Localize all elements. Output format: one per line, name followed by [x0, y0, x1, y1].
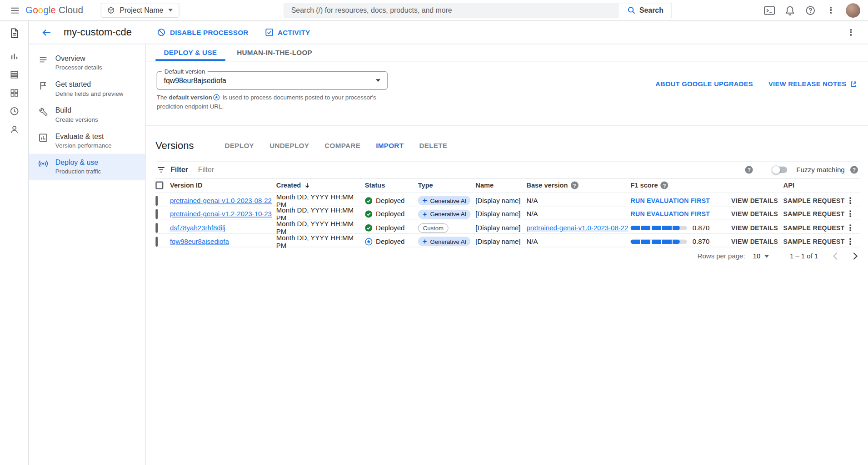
- row-menu-icon[interactable]: [843, 196, 858, 206]
- about-google-upgrades-link[interactable]: ABOUT GOOGLE UPGRADES: [655, 80, 753, 88]
- hamburger-menu-icon[interactable]: [5, 1, 24, 20]
- view-release-notes-link[interactable]: VIEW RELEASE NOTES: [768, 80, 857, 88]
- row-checkbox[interactable]: [155, 209, 158, 219]
- version-id-link[interactable]: pretrained-genai-v1.0-2023-08-22: [170, 197, 272, 204]
- google-cloud-logo[interactable]: Google Cloud: [25, 5, 83, 15]
- f1-score-cell: 0.870: [630, 237, 731, 245]
- base-version-help-icon[interactable]: [571, 182, 579, 189]
- history-icon[interactable]: [5, 102, 23, 120]
- notifications-bell-icon[interactable]: [781, 1, 799, 20]
- col-created[interactable]: Created: [276, 182, 365, 189]
- col-type[interactable]: Type: [418, 182, 476, 189]
- sidebar-item-get-started[interactable]: Get startedDefine fields and preview: [29, 76, 145, 102]
- sort-arrow-down-icon: [304, 182, 310, 189]
- row-menu-icon[interactable]: [843, 223, 858, 233]
- type-badge: Generative AI: [418, 237, 471, 247]
- sparkle-icon: [422, 198, 427, 203]
- status-cell: Deployed: [365, 197, 418, 204]
- header-more-options-icon[interactable]: [842, 23, 860, 42]
- search-input[interactable]: [284, 2, 619, 18]
- row-checkbox[interactable]: [155, 237, 158, 247]
- dashboard-icon[interactable]: [5, 48, 23, 65]
- search-button[interactable]: Search: [619, 2, 672, 18]
- sidebar-item-overview[interactable]: OverviewProcessor details: [29, 50, 145, 76]
- broadcast-icon: [38, 158, 48, 168]
- tab-human-in-the-loop[interactable]: HUMAN-IN-THE-LOOP: [229, 44, 320, 61]
- view-details-button[interactable]: VIEW DETAILS: [731, 238, 778, 245]
- import-button[interactable]: IMPORT: [368, 139, 411, 153]
- name-cell: [Display name]: [475, 237, 526, 245]
- page: Google Cloud Project Name Search: [0, 0, 868, 465]
- project-selector[interactable]: Project Name: [101, 3, 180, 18]
- help-icon[interactable]: [801, 1, 820, 20]
- fuzzy-help-icon[interactable]: [850, 166, 858, 173]
- sidebar-item-build[interactable]: BuildCreate versions: [29, 102, 145, 128]
- row-checkbox[interactable]: [155, 196, 158, 206]
- check-circle-icon: [365, 224, 373, 232]
- sample-request-button[interactable]: SAMPLE REQUEST: [783, 225, 845, 232]
- f1-help-icon[interactable]: [661, 182, 668, 189]
- sidebar-item-evaluate-test[interactable]: Evaluate & testVersion performance: [29, 128, 145, 153]
- sparkle-icon: [422, 239, 427, 244]
- base-version-link[interactable]: pretrained-genai-v1.0-2023-08-22: [526, 224, 628, 232]
- col-f1-score[interactable]: F1 score: [630, 182, 731, 189]
- select-all-checkbox[interactable]: [155, 182, 163, 189]
- flag-icon: [38, 80, 48, 91]
- default-star-icon: [213, 94, 220, 101]
- view-details-button[interactable]: VIEW DETAILS: [731, 211, 778, 218]
- disable-processor-button[interactable]: DISABLE PROCESSOR: [157, 28, 249, 36]
- tab-deploy-and-use[interactable]: DEPLOY & USE: [155, 44, 225, 61]
- filter-help-icon[interactable]: [745, 166, 753, 173]
- delete-button[interactable]: DELETE: [411, 139, 455, 153]
- run-evaluation-first-link[interactable]: RUN EVALUATION FIRST: [630, 211, 710, 218]
- previous-page-icon[interactable]: [833, 252, 838, 260]
- col-name[interactable]: Name: [475, 182, 526, 189]
- sample-request-button[interactable]: SAMPLE REQUEST: [783, 198, 845, 204]
- version-id-link[interactable]: dsf78yah23rhf8dilj: [170, 224, 225, 232]
- base-version-cell: N/A: [526, 237, 630, 245]
- default-version-value: fqw98eur8ajsediofa: [164, 76, 226, 84]
- back-arrow-icon[interactable]: [37, 23, 56, 42]
- more-options-icon[interactable]: [822, 1, 840, 20]
- deploy-button[interactable]: DEPLOY: [217, 139, 262, 153]
- undeploy-button[interactable]: UNDEPLOY: [262, 139, 317, 153]
- col-base-version[interactable]: Base version: [526, 182, 630, 189]
- table-rows-icon[interactable]: [5, 66, 23, 84]
- check-circle-icon: [365, 197, 373, 204]
- sidebar-item-deploy-use[interactable]: Deploy & useProduction traffic: [29, 154, 145, 180]
- compare-button[interactable]: COMPARE: [317, 139, 368, 153]
- account-avatar[interactable]: [846, 3, 860, 18]
- rows-per-page-select[interactable]: 10: [753, 252, 769, 260]
- version-id-link[interactable]: pretrained-genai-v1.2-2023-10-23: [170, 210, 272, 218]
- admin-person-icon[interactable]: [5, 121, 23, 139]
- col-version-id[interactable]: Version ID: [170, 182, 276, 189]
- apps-grid-icon[interactable]: [5, 84, 23, 102]
- row-menu-icon[interactable]: [843, 237, 858, 247]
- view-details-button[interactable]: VIEW DETAILS: [731, 198, 778, 204]
- global-search: Search: [284, 2, 673, 18]
- logo-google: Google: [25, 5, 56, 15]
- base-version-cell: N/A: [526, 210, 630, 218]
- table-row: pretrained-genai-v1.0-2023-08-22 Month D…: [155, 193, 860, 207]
- filter-icon: [157, 165, 165, 174]
- fuzzy-matching-toggle[interactable]: [773, 166, 788, 173]
- version-id-link[interactable]: fqw98eur8ajsediofa: [170, 237, 229, 245]
- cloud-shell-icon[interactable]: [760, 1, 778, 20]
- processor-header: my-custom-cde DISABLE PROCESSOR ACTIVITY: [29, 21, 868, 44]
- row-checkbox[interactable]: [155, 223, 158, 233]
- activity-icon: [265, 28, 273, 36]
- view-details-button[interactable]: VIEW DETAILS: [731, 225, 778, 232]
- next-page-icon[interactable]: [853, 252, 858, 260]
- run-evaluation-first-link[interactable]: RUN EVALUATION FIRST: [630, 198, 710, 204]
- table-row: dsf78yah23rhf8dilj Month DD, YYYY HH:MM …: [155, 220, 860, 234]
- col-status[interactable]: Status: [365, 182, 418, 189]
- sample-request-button[interactable]: SAMPLE REQUEST: [783, 211, 845, 218]
- filter-input[interactable]: [198, 166, 364, 174]
- sample-request-button[interactable]: SAMPLE REQUEST: [783, 238, 845, 245]
- row-menu-icon[interactable]: [843, 209, 858, 219]
- activity-button[interactable]: ACTIVITY: [265, 28, 310, 36]
- document-ai-product-icon[interactable]: [5, 25, 23, 42]
- versions-title: Versions: [155, 140, 194, 152]
- topbar-actions: [760, 1, 860, 20]
- overview-icon: [38, 54, 48, 64]
